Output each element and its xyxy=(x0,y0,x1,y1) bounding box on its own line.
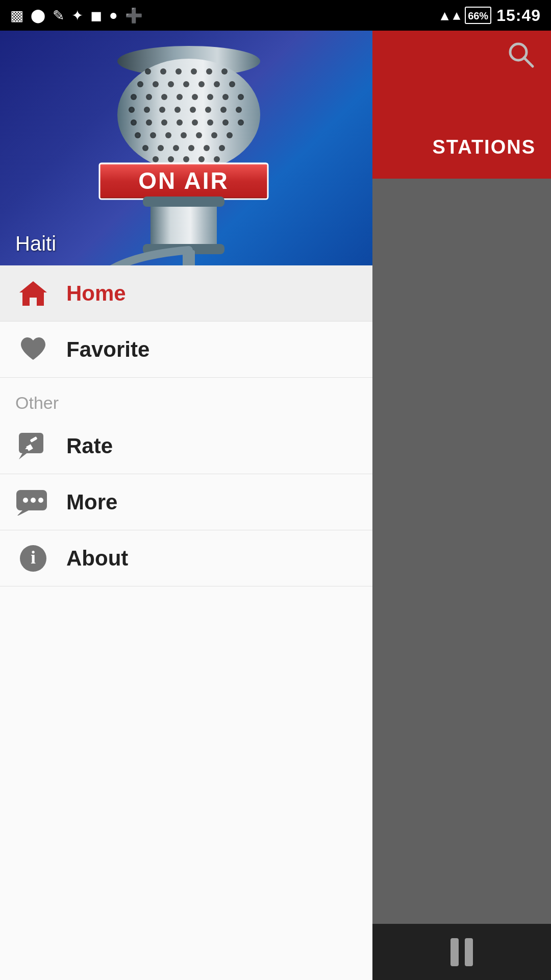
svg-point-28 xyxy=(205,107,211,113)
svg-point-2 xyxy=(145,68,151,75)
nav-label-about: About xyxy=(66,546,128,571)
rate-icon-container xyxy=(15,428,51,464)
svg-point-40 xyxy=(150,132,156,138)
info-icon: i xyxy=(19,544,47,573)
brush-icon: ✎ xyxy=(53,7,64,24)
svg-point-16 xyxy=(146,94,152,100)
svg-point-56 xyxy=(214,156,220,162)
nav-label-home: Home xyxy=(66,281,126,306)
svg-point-24 xyxy=(144,107,150,113)
svg-point-21 xyxy=(222,94,229,100)
svg-point-55 xyxy=(198,156,205,162)
svg-point-25 xyxy=(159,107,165,113)
svg-marker-75 xyxy=(19,452,28,459)
svg-point-54 xyxy=(183,156,189,162)
hero-image: ON AIR Haiti xyxy=(0,31,372,265)
svg-point-17 xyxy=(161,94,167,100)
rate-icon xyxy=(18,432,48,460)
nav-item-about[interactable]: i About xyxy=(0,530,372,586)
right-panel: STATIONS xyxy=(372,31,551,980)
svg-point-7 xyxy=(221,68,228,75)
nav-item-favorite[interactable]: Favorite xyxy=(0,322,372,378)
other-section-header: Other xyxy=(0,378,372,418)
status-bar: ▩ ⬤ ✎ ✦ ◼ ● ➕ ▴ ▴ 66% 15:49 xyxy=(0,0,551,31)
svg-point-18 xyxy=(177,94,183,100)
record-icon: ● xyxy=(109,7,118,23)
svg-point-50 xyxy=(204,145,210,151)
svg-point-15 xyxy=(131,94,137,100)
svg-point-51 xyxy=(219,145,225,151)
svg-point-39 xyxy=(135,132,141,138)
nav-item-rate[interactable]: Rate xyxy=(0,418,372,474)
heart-icon-container xyxy=(15,332,51,368)
bottom-player xyxy=(372,924,551,980)
wifi-icon: ▴ xyxy=(441,7,448,24)
hero-country-label: Haiti xyxy=(15,232,56,255)
add-icon: ➕ xyxy=(125,7,143,24)
svg-point-8 xyxy=(137,81,143,87)
pause-bar-right xyxy=(465,938,473,966)
nav-item-home[interactable]: Home xyxy=(0,265,372,322)
svg-point-37 xyxy=(222,119,229,126)
battery-icon: 66% xyxy=(465,7,491,24)
svg-point-10 xyxy=(168,81,174,87)
svg-point-23 xyxy=(129,107,135,113)
svg-point-47 xyxy=(158,145,164,151)
svg-point-31 xyxy=(131,119,137,126)
status-bar-right: ▴ ▴ 66% 15:49 xyxy=(441,6,541,25)
home-icon-container xyxy=(15,276,51,311)
svg-point-13 xyxy=(214,81,220,87)
svg-point-49 xyxy=(188,145,194,151)
right-panel-body xyxy=(372,179,551,980)
svg-text:ON AIR: ON AIR xyxy=(138,167,229,194)
svg-point-46 xyxy=(142,145,148,151)
svg-marker-77 xyxy=(16,510,29,516)
main-layout: ON AIR Haiti xyxy=(0,31,551,980)
svg-rect-1 xyxy=(117,59,260,171)
nav-item-more[interactable]: More xyxy=(0,474,372,530)
sim-icon: ▩ xyxy=(10,7,23,24)
svg-point-30 xyxy=(236,107,242,113)
pause-bar-left xyxy=(450,938,459,966)
svg-point-43 xyxy=(196,132,202,138)
svg-marker-69 xyxy=(19,281,47,306)
more-dots-icon xyxy=(15,489,51,516)
more-icon-container xyxy=(15,484,51,520)
svg-point-26 xyxy=(174,107,181,113)
pause-button[interactable] xyxy=(450,938,473,966)
drawer: ON AIR Haiti xyxy=(0,31,372,980)
svg-point-12 xyxy=(198,81,205,87)
svg-text:i: i xyxy=(31,547,36,568)
svg-point-44 xyxy=(211,132,217,138)
svg-point-11 xyxy=(183,81,189,87)
nav-label-more: More xyxy=(66,490,117,514)
search-icon[interactable] xyxy=(507,41,536,71)
nav-section: Home Favorite Other xyxy=(0,265,372,980)
svg-rect-70 xyxy=(19,433,43,453)
info-icon-container: i xyxy=(15,541,51,576)
app-icon: ✦ xyxy=(71,7,83,24)
status-bar-left: ▩ ⬤ ✎ ✦ ◼ ● ➕ xyxy=(10,7,143,24)
svg-point-34 xyxy=(177,119,183,126)
svg-point-9 xyxy=(153,81,159,87)
svg-point-48 xyxy=(173,145,179,151)
svg-point-29 xyxy=(220,107,227,113)
svg-point-38 xyxy=(238,119,244,126)
svg-point-4 xyxy=(176,68,182,75)
svg-point-41 xyxy=(165,132,171,138)
stations-label: STATIONS xyxy=(433,136,536,168)
svg-point-42 xyxy=(181,132,187,138)
svg-point-14 xyxy=(229,81,235,87)
svg-point-45 xyxy=(227,132,233,138)
svg-point-35 xyxy=(192,119,198,126)
chrome-icon: ⬤ xyxy=(31,8,45,23)
nav-label-favorite: Favorite xyxy=(66,337,149,362)
svg-point-78 xyxy=(23,498,28,503)
svg-point-19 xyxy=(192,94,198,100)
svg-point-20 xyxy=(207,94,213,100)
svg-point-27 xyxy=(190,107,196,113)
signal-icon: ▴ xyxy=(453,8,460,23)
svg-point-80 xyxy=(38,498,43,503)
svg-point-3 xyxy=(160,68,166,75)
nav-label-rate: Rate xyxy=(66,434,113,458)
